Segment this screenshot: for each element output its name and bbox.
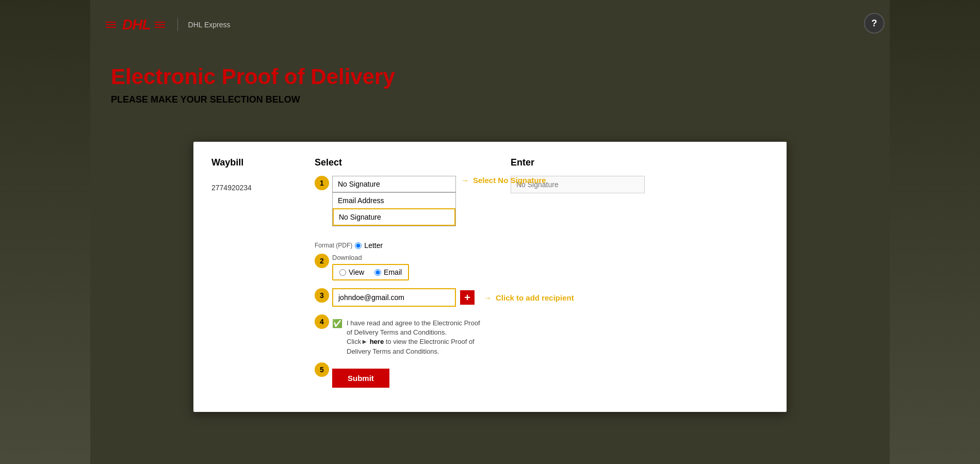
header-divider	[177, 18, 178, 31]
terms-here-link[interactable]: here	[370, 338, 384, 345]
dropdown-item-email[interactable]: Email Address	[333, 193, 455, 208]
step1-content: No Signature Email Address Email Address…	[332, 176, 456, 192]
download-group: View Email	[332, 264, 409, 280]
dropdown-open: Email Address No Signature	[332, 192, 456, 226]
terms-click-label: Click	[347, 338, 361, 345]
waybill-column: Waybill 2774920234	[211, 157, 315, 394]
step4-badge: 4	[315, 314, 329, 329]
step1-row: 1 No Signature Email Address	[315, 176, 485, 192]
step2-area: Format (PDF) Letter 2 Download	[315, 241, 485, 280]
enter-column: Enter	[495, 157, 769, 394]
format-row: Format (PDF) Letter	[315, 241, 485, 250]
signature-select[interactable]: No Signature Email Address	[332, 176, 456, 192]
step3-row: 3 + → Click to add recipient	[315, 288, 485, 307]
dhl-line5	[155, 24, 165, 25]
annotation-text: Select No Signature	[473, 176, 546, 185]
dropdown-closed: No Signature Email Address	[332, 176, 456, 192]
step1-badge: 1	[315, 176, 329, 190]
dropdown-container: No Signature Email Address Email Address…	[332, 176, 456, 192]
waybill-col-header: Waybill	[211, 157, 304, 176]
help-button[interactable]: ?	[864, 13, 885, 34]
email-option-label[interactable]: Email	[374, 268, 402, 276]
add-recipient-button[interactable]: +	[460, 290, 475, 305]
terms-text-area: I have read and agree to the Electronic …	[347, 319, 485, 356]
select-column: Select 1 No Signature Email Address	[315, 157, 495, 394]
step2-row: 2 Download View Email	[315, 254, 485, 280]
terms-click-text: Click► here to view the Electronic Proof…	[347, 337, 485, 356]
header-brand-name: DHL Express	[188, 21, 231, 29]
format-icon: Format (PDF)	[315, 242, 352, 249]
page-subheading: PLEASE MAKE YOUR SELECTION BELOW	[111, 94, 869, 105]
format-letter-text: Letter	[364, 241, 383, 250]
email-input[interactable]	[332, 288, 456, 307]
email-input-area: + → Click to add recipient	[332, 288, 574, 307]
dhl-line6	[155, 27, 165, 28]
format-letter-radio[interactable]	[355, 242, 362, 249]
submit-button[interactable]: Submit	[332, 369, 389, 388]
dhl-line2	[106, 24, 116, 25]
dhl-line4	[155, 22, 165, 23]
dhl-logo-text: DHL	[122, 16, 151, 33]
dropdown-item-nosig[interactable]: No Signature	[333, 208, 455, 226]
download-label: Download	[332, 254, 409, 261]
dhl-logo: DHL	[106, 16, 167, 33]
select-col-header: Select	[315, 157, 485, 176]
terms-checkmark-icon: ✅	[332, 319, 342, 328]
email-text: Email	[384, 268, 402, 276]
step5-badge: 5	[315, 362, 329, 377]
page-heading: Electronic Proof of Delivery	[111, 64, 869, 89]
terms-text: I have read and agree to the Electronic …	[347, 319, 485, 337]
terms-end-text: to view the Electronic Proof of Delivery…	[347, 338, 475, 355]
format-letter-label[interactable]: Letter	[355, 241, 383, 250]
terms-section: ✅ I have read and agree to the Electroni…	[332, 319, 485, 356]
add-annotation-text: Click to add recipient	[496, 293, 574, 302]
add-recipient-annotation: → Click to add recipient	[484, 293, 574, 302]
dhl-lines2-icon	[155, 22, 165, 28]
step5-row: 5 Submit	[315, 362, 485, 388]
view-text: View	[349, 268, 364, 276]
enter-col-header: Enter	[511, 157, 769, 176]
modal-dialog: Waybill 2774920234 Select 1 No Signature	[193, 142, 787, 412]
modal-columns: Waybill 2774920234 Select 1 No Signature	[211, 157, 769, 394]
view-radio[interactable]	[339, 269, 346, 276]
step4-row: 4 ✅ I have read and agree to the Electro…	[315, 314, 485, 356]
step2-content: Download View Email	[332, 254, 409, 280]
page-main: Electronic Proof of Delivery PLEASE MAKE…	[90, 49, 890, 464]
header: DHL DHL Express	[90, 0, 890, 49]
dhl-line1	[106, 22, 116, 23]
dhl-line3	[106, 27, 116, 28]
add-arrow-icon: →	[484, 293, 492, 302]
dhl-lines-icon	[106, 22, 116, 28]
step2-badge: 2	[315, 254, 329, 268]
step3-badge: 3	[315, 288, 329, 303]
arrow-icon: →	[461, 176, 469, 185]
select-nosig-annotation: → Select No Signature	[461, 176, 546, 185]
email-radio[interactable]	[374, 269, 381, 276]
waybill-number: 2774920234	[211, 184, 304, 192]
view-option-label[interactable]: View	[339, 268, 364, 276]
